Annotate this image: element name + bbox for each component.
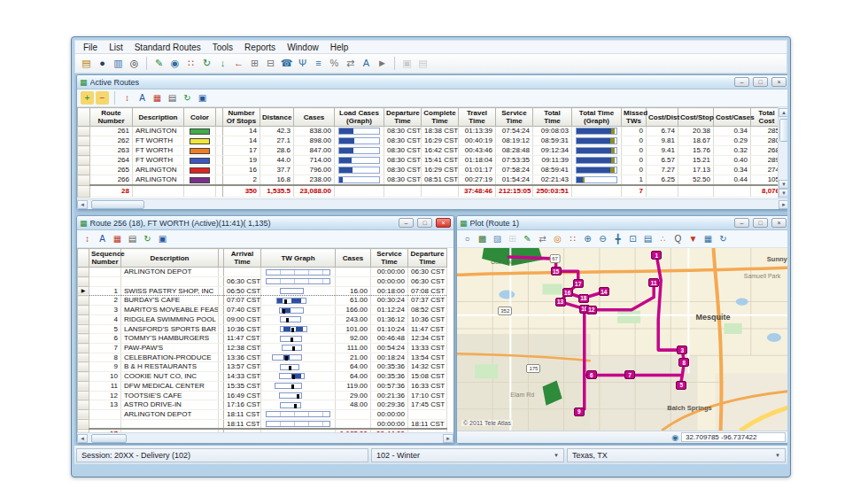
- stop-marker-5[interactable]: 5: [676, 381, 686, 390]
- pushpin-icon[interactable]: ▼: [686, 232, 700, 245]
- legend-icon[interactable]: ▤: [641, 232, 655, 245]
- stop-marker-17[interactable]: 17: [573, 279, 584, 288]
- route-row[interactable]: 262FT WORTH1427.1898.0008:30 CST16:29 CS…: [78, 136, 783, 146]
- column-header[interactable]: Cost/Cases: [714, 108, 751, 127]
- column-header[interactable]: Description: [121, 249, 219, 268]
- print-icon[interactable]: ▤: [126, 232, 139, 245]
- stop-row[interactable]: 13ASTRO DRIVE-IN17:16 CST48.0000:29:3617…: [78, 400, 447, 410]
- row-selector[interactable]: [78, 296, 89, 306]
- close-button[interactable]: ×: [771, 77, 787, 87]
- optimize-route-icon[interactable]: ↻: [199, 56, 214, 71]
- scroll-right-arrow[interactable]: ►: [779, 200, 787, 209]
- close-button[interactable]: ×: [436, 218, 451, 228]
- column-header[interactable]: Cases: [336, 249, 371, 268]
- scroll-thumb[interactable]: [779, 119, 788, 142]
- overview-map-icon[interactable]: ▩: [476, 232, 489, 245]
- split-route-icon[interactable]: ⊞: [247, 56, 262, 71]
- menu-list[interactable]: List: [104, 43, 128, 52]
- scroll-up-arrow[interactable]: ▲: [779, 108, 787, 117]
- save-icon[interactable]: ▣: [196, 91, 209, 105]
- row-selector[interactable]: [78, 268, 89, 277]
- region-dropdown[interactable]: Texas, TX ▼: [567, 448, 786, 462]
- audit-percent-icon[interactable]: %: [327, 56, 342, 71]
- vertical-scrollbar[interactable]: ▲ ▼ ▼: [778, 107, 787, 198]
- stop-row[interactable]: 18:11 CST00:00:0018:11 CST: [78, 419, 447, 429]
- row-selector[interactable]: [78, 127, 90, 136]
- zoom-window-icon[interactable]: ⊡: [626, 232, 639, 245]
- scroll-right-arrow[interactable]: ►: [443, 434, 453, 443]
- column-header[interactable]: Sequence Number: [89, 249, 121, 268]
- column-header[interactable]: Travel Time: [459, 108, 496, 127]
- pan-icon[interactable]: ╋: [611, 232, 624, 245]
- unload-route-icon[interactable]: ←: [231, 56, 246, 71]
- stop-marker-14[interactable]: 14: [599, 287, 609, 296]
- scroll-thumb[interactable]: [91, 434, 127, 443]
- restore-button[interactable]: □: [753, 77, 768, 87]
- row-selector[interactable]: [78, 277, 89, 287]
- print-icon[interactable]: ▤: [166, 91, 179, 105]
- grid-options-icon[interactable]: ▦: [111, 232, 124, 245]
- minimize-button[interactable]: –: [734, 218, 749, 228]
- list-view-icon[interactable]: ≡: [311, 56, 326, 71]
- stop-row[interactable]: 3MARITO'S MOVEABLE FEAST07:40 CST166.000…: [78, 306, 447, 315]
- column-header[interactable]: Arrival Time: [224, 249, 261, 268]
- save-icon[interactable]: ▣: [156, 232, 169, 245]
- column-header[interactable]: Missed TWs: [622, 108, 647, 127]
- row-selector[interactable]: [78, 372, 89, 382]
- column-header[interactable]: Service Time: [496, 108, 533, 127]
- minimize-button[interactable]: –: [399, 218, 414, 228]
- stop-row[interactable]: 8CELEBRATION-PRODUCE13:36 CST21.0000:18:…: [78, 353, 447, 362]
- scroll-thumb[interactable]: [91, 200, 144, 209]
- find-binoculars-icon[interactable]: ◎: [127, 56, 142, 71]
- active-routes-titlebar[interactable]: ▦ Active Routes – □ ×: [77, 75, 787, 89]
- column-header[interactable]: Complete Time: [422, 108, 459, 127]
- search-map-icon[interactable]: Q: [671, 232, 685, 245]
- network-stops-icon[interactable]: Ψ: [295, 56, 310, 71]
- menu-file[interactable]: File: [78, 43, 103, 52]
- lasso-select-icon[interactable]: ○: [461, 232, 474, 245]
- edit-routes-icon[interactable]: ✎: [151, 56, 167, 71]
- route-row[interactable]: 264FT WORTH1944.0714.0008:30 CST15:41 CS…: [78, 156, 783, 166]
- row-selector[interactable]: [78, 175, 90, 186]
- restore-button[interactable]: □: [753, 218, 768, 228]
- stop-marker-8[interactable]: 8: [678, 358, 689, 367]
- fit-rows-icon[interactable]: ↕: [120, 91, 134, 105]
- phone-icon[interactable]: ☎: [279, 56, 294, 71]
- column-header[interactable]: Service Time: [371, 249, 408, 268]
- stop-row[interactable]: 4RIDGLEA SWIMMING POOL09:00 CST243.0001:…: [78, 314, 447, 324]
- route-row[interactable]: 265ARLINGTON1637.7796.0008:30 CST16:29 C…: [78, 166, 783, 175]
- stop-row[interactable]: 2BURDAY'S CAFE07:07 CST61.0000:30:2407:3…: [78, 296, 447, 306]
- export-icon[interactable]: ↻: [141, 232, 154, 245]
- route-stops-icon[interactable]: ∴: [656, 232, 670, 245]
- horizontal-scrollbar[interactable]: ◄ ►: [77, 198, 787, 209]
- scroll-down-arrow[interactable]: ▼: [779, 180, 787, 189]
- stop-row[interactable]: ▶1SWISS PASTRY SHOP, INC06:50 CST16.0000…: [78, 286, 447, 296]
- stop-marker-15[interactable]: 15: [551, 267, 562, 276]
- font-icon[interactable]: A: [136, 91, 149, 105]
- zoom-out-icon[interactable]: ⊖: [596, 232, 609, 245]
- stop-row[interactable]: 9B & H RESTAURANTS13:57 CST64.0000:35:36…: [78, 362, 447, 372]
- current-row-indicator[interactable]: ▶: [78, 286, 89, 296]
- font-icon[interactable]: A: [96, 232, 109, 245]
- column-header[interactable]: TW Graph: [261, 249, 336, 268]
- row-selector[interactable]: [78, 400, 89, 410]
- delete-route-icon[interactable]: −: [96, 91, 109, 105]
- column-header[interactable]: Route Number: [90, 108, 133, 127]
- plot-titlebar[interactable]: ▦ Plot (Route 1) – □ ×: [457, 216, 787, 230]
- swap-stops-icon[interactable]: ⇄: [343, 56, 358, 71]
- row-selector[interactable]: [78, 146, 90, 156]
- flag-stop-icon[interactable]: ►: [375, 56, 390, 71]
- horizontal-scrollbar[interactable]: ◄ ►: [77, 432, 453, 443]
- stop-row[interactable]: 10COOKIE NUT CO, INC14:33 CST64.0000:35:…: [78, 372, 447, 382]
- menu-window[interactable]: Window: [282, 43, 324, 52]
- stop-row[interactable]: 11DFW MEDICAL CENTER15:35 CST119.0000:57…: [78, 381, 447, 391]
- minimize-button[interactable]: –: [734, 77, 749, 87]
- stop-row[interactable]: 06:30 CST00:00:0006:30 CST: [78, 277, 447, 287]
- stop-row[interactable]: ARLINGTON DEPOT00:00:0006:30 CST: [78, 268, 447, 277]
- join-route-icon[interactable]: ⊟: [263, 56, 278, 71]
- route-row[interactable]: 266ARLINGTON216.8238.0008:30 CST08:51 CS…: [78, 175, 783, 186]
- row-selector[interactable]: [78, 334, 89, 344]
- center-target-icon[interactable]: ◎: [551, 232, 564, 245]
- column-header[interactable]: Cases: [294, 108, 335, 127]
- stop-marker-1[interactable]: 1: [651, 251, 662, 260]
